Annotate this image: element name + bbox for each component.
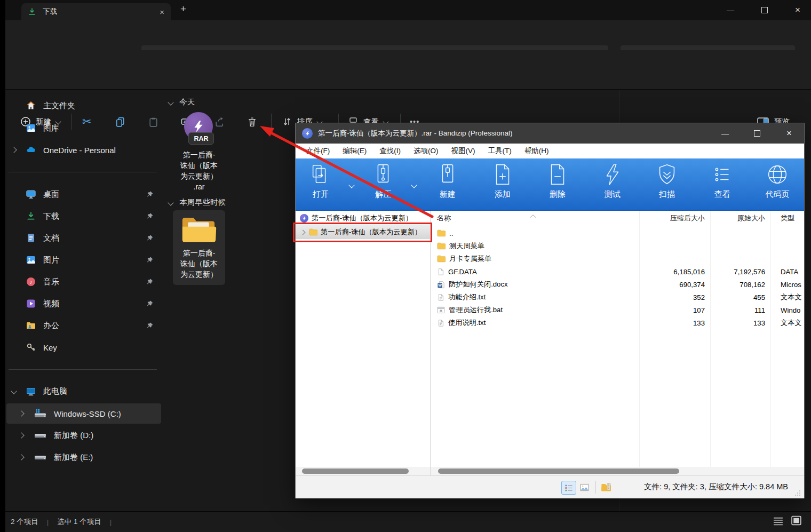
menu-tools[interactable]: 工具(T): [482, 146, 518, 156]
folder-icon: [437, 242, 446, 250]
column-header-original[interactable]: 原始大小: [710, 213, 770, 223]
list-view-toggle[interactable]: [561, 481, 576, 495]
file-item-rar[interactable]: RAR 第一后裔- 诛仙（版本 为云更新） .rar: [170, 112, 228, 192]
shield-scan-icon: [655, 162, 679, 187]
bandizip-minimize-button[interactable]: —: [716, 125, 734, 141]
sidebar-item-documents[interactable]: 文档: [6, 228, 161, 248]
sidebar-item-downloads[interactable]: 下载: [6, 206, 161, 226]
sidebar-item-label: 此电脑: [43, 386, 67, 396]
sidebar-item-drive-c[interactable]: Windows-SSD (C:): [6, 403, 161, 424]
chevron-down-icon[interactable]: [11, 388, 17, 394]
chevron-right-icon[interactable]: [18, 432, 24, 438]
sidebar-item-gallery[interactable]: 图库: [6, 118, 161, 138]
list-row-folder[interactable]: 月卡专属菜单: [431, 252, 804, 265]
list-row-file[interactable]: GF.DATA 6,185,016 7,192,576 DATA: [431, 265, 804, 278]
menu-file[interactable]: 文件(F): [300, 146, 336, 156]
column-header-packed[interactable]: 压缩后大小: [639, 213, 710, 223]
archive-folder-icon[interactable]: [600, 481, 614, 494]
chevron-right-icon[interactable]: [11, 147, 17, 153]
details-view-button[interactable]: [773, 517, 784, 528]
sidebar-item-label: Key: [43, 343, 57, 352]
folder-icon: [181, 216, 217, 244]
sidebar-item-label: 视频: [43, 299, 59, 309]
add-button[interactable]: 添加: [478, 162, 527, 200]
scan-button[interactable]: 扫描: [642, 162, 691, 200]
video-icon: [26, 298, 36, 309]
list-horizontal-scrollbar[interactable]: [431, 467, 804, 475]
bandizip-status-bar: 文件: 9, 文件夹: 3, 压缩文件大小: 9.84 MB: [296, 475, 804, 498]
sidebar-item-music[interactable]: ♪ 音乐: [6, 272, 161, 292]
file-item-folder-selected[interactable]: 第一后裔- 诛仙（版本 为云更新）: [173, 210, 225, 285]
delete-button[interactable]: [247, 112, 258, 131]
list-row-file[interactable]: ⚙管理员运行我.bat 107 111 Windo: [431, 304, 804, 316]
group-header-earlier[interactable]: 本周早些时候: [169, 197, 226, 208]
home-icon: [26, 100, 36, 111]
scrollbar-thumb[interactable]: [302, 469, 409, 474]
bandizip-maximize-button[interactable]: [748, 125, 766, 141]
test-button[interactable]: 测试: [588, 162, 637, 200]
extract-button[interactable]: 解压: [359, 162, 408, 200]
sidebar-item-desktop[interactable]: 桌面: [6, 184, 161, 204]
menu-view[interactable]: 视图(V): [445, 146, 482, 156]
list-view-icon: [710, 162, 735, 187]
drive-icon: [34, 452, 47, 463]
scrollbar-thumb[interactable]: [438, 469, 679, 474]
sidebar-item-videos[interactable]: 视频: [6, 293, 161, 314]
status-divider: [595, 481, 596, 494]
sidebar-item-key[interactable]: Key: [6, 337, 161, 358]
delete-file-icon: [545, 162, 570, 187]
image-preview-toggle[interactable]: [577, 481, 591, 494]
list-row-file[interactable]: W防护如何关闭.docx 690,374 708,162 Micros: [431, 278, 804, 291]
menu-options[interactable]: 选项(O): [407, 146, 445, 156]
delete-button[interactable]: 删除: [533, 162, 582, 200]
sidebar-item-pictures[interactable]: 图片: [6, 250, 161, 270]
sidebar-item-home[interactable]: 主文件夹: [6, 96, 161, 116]
sidebar-item-onedrive[interactable]: OneDrive - Personal: [6, 140, 161, 160]
sidebar-item-drive-e[interactable]: 新加卷 (E:): [6, 447, 161, 467]
bandizip-window-title: 第一后裔-诛仙（版本为云更新）.rar - Bandizip (Professi…: [318, 129, 513, 138]
globe-icon: [765, 162, 790, 187]
view-button[interactable]: 查看: [698, 162, 747, 200]
tab-close-icon[interactable]: ×: [160, 7, 164, 17]
file-name: 第一后裔- 诛仙（版本 为云更新） .rar: [170, 149, 228, 192]
explorer-tab-downloads[interactable]: 下载 ×: [21, 3, 171, 20]
resize-grip[interactable]: [794, 489, 801, 498]
tree-horizontal-scrollbar[interactable]: [296, 467, 431, 475]
large-icons-view-button[interactable]: [791, 515, 802, 528]
sidebar-item-this-pc[interactable]: 此电脑: [6, 381, 161, 401]
chevron-right-icon[interactable]: [18, 454, 24, 460]
sidebar-divider: [9, 172, 157, 172]
list-row-folder[interactable]: 测天周菜单: [431, 240, 804, 252]
drive-icon: [34, 430, 47, 441]
window-close-button[interactable]: ×: [789, 2, 807, 18]
list-row-file[interactable]: 功能介绍.txt 352 455 文本文: [431, 291, 804, 304]
codepage-button[interactable]: 代码页: [753, 162, 802, 200]
group-header-today[interactable]: 今天: [169, 97, 195, 107]
column-header-type[interactable]: 类型: [770, 213, 804, 223]
list-header: 名称 压缩后大小 原始大小 类型: [431, 211, 804, 226]
sidebar-item-drive-d[interactable]: 新加卷 (D:): [6, 425, 161, 446]
chevron-down-icon[interactable]: [411, 182, 417, 188]
new-tab-button[interactable]: +: [180, 3, 186, 15]
chevron-down-icon[interactable]: [348, 182, 354, 188]
menu-help[interactable]: 帮助(H): [518, 146, 555, 156]
list-row-up[interactable]: ..: [431, 227, 804, 240]
sidebar-item-office[interactable]: 办公: [6, 315, 161, 336]
window-minimize-button[interactable]: —: [721, 2, 740, 18]
pin-icon: [146, 300, 154, 309]
status-separator: |: [47, 518, 49, 526]
menu-edit[interactable]: 编辑(E): [336, 146, 373, 156]
status-separator: |: [110, 518, 112, 526]
bandizip-title-bar[interactable]: 第一后裔-诛仙（版本为云更新）.rar - Bandizip (Professi…: [296, 123, 804, 144]
open-button[interactable]: 打开: [296, 162, 345, 200]
desktop-screen: 下载 × + — × ← → ↑ ↻ › 此电脑 › Windows-SSD (…: [0, 0, 811, 532]
menu-find[interactable]: 查找(I): [373, 146, 407, 156]
bandizip-close-button[interactable]: ×: [780, 125, 798, 141]
window-maximize-button[interactable]: [756, 2, 774, 18]
chevron-right-icon[interactable]: [18, 410, 24, 416]
list-row-file[interactable]: 使用说明.txt 133 133 文本文: [431, 316, 804, 329]
sidebar-item-label: 新加卷 (E:): [54, 452, 93, 463]
pictures-icon: [26, 255, 36, 265]
new-archive-button[interactable]: 新建: [423, 162, 472, 200]
sidebar-item-label: 办公: [43, 321, 59, 331]
